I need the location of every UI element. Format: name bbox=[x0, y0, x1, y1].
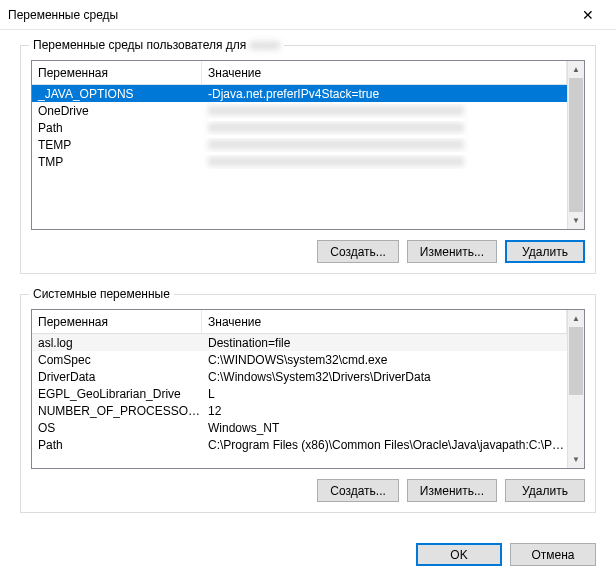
cell-variable: OS bbox=[32, 421, 202, 435]
system-create-button[interactable]: Создать... bbox=[317, 479, 399, 502]
system-vars-group: Системные переменные Переменная Значение… bbox=[20, 294, 596, 513]
table-row[interactable]: ComSpecC:\WINDOWS\system32\cmd.exe bbox=[32, 351, 567, 368]
scroll-up-icon[interactable]: ▲ bbox=[568, 310, 584, 327]
ok-button[interactable]: OK bbox=[416, 543, 502, 566]
col-header-value[interactable]: Значение bbox=[202, 61, 567, 84]
table-row[interactable]: asl.logDestination=file bbox=[32, 334, 567, 351]
system-scrollbar[interactable]: ▲ ▼ bbox=[567, 310, 584, 468]
dialog-content: Переменные среды пользователя для xxxxx … bbox=[0, 30, 616, 543]
close-icon[interactable]: ✕ bbox=[568, 1, 608, 29]
cancel-button[interactable]: Отмена bbox=[510, 543, 596, 566]
user-vars-label: Переменные среды пользователя для xxxxx bbox=[29, 38, 284, 52]
cell-variable: _JAVA_OPTIONS bbox=[32, 87, 202, 101]
username-blurred: xxxxx bbox=[250, 38, 280, 52]
system-vars-table[interactable]: Переменная Значение asl.logDestination=f… bbox=[31, 309, 585, 469]
table-row[interactable]: OSWindows_NT bbox=[32, 419, 567, 436]
cell-variable: asl.log bbox=[32, 336, 202, 350]
titlebar: Переменные среды ✕ bbox=[0, 0, 616, 30]
cell-value: Windows_NT bbox=[202, 421, 567, 435]
user-vars-table[interactable]: Переменная Значение _JAVA_OPTIONS-Djava.… bbox=[31, 60, 585, 230]
cell-value: XXXXXXXXXXXXXXXXXXXXXXXXXXXXXXXX bbox=[202, 121, 567, 135]
table-row[interactable]: TEMPXXXXXXXXXXXXXXXXXXXXXXXXXXXXXXXX bbox=[32, 136, 567, 153]
cell-variable: Path bbox=[32, 121, 202, 135]
table-row[interactable]: OneDriveXXXXXXXXXXXXXXXXXXXXXXXXXXXXXXXX bbox=[32, 102, 567, 119]
table-row[interactable]: PathXXXXXXXXXXXXXXXXXXXXXXXXXXXXXXXX bbox=[32, 119, 567, 136]
cell-variable: ComSpec bbox=[32, 353, 202, 367]
col-header-variable[interactable]: Переменная bbox=[32, 310, 202, 333]
cell-variable: EGPL_GeoLibrarian_Drive bbox=[32, 387, 202, 401]
user-scrollbar[interactable]: ▲ ▼ bbox=[567, 61, 584, 229]
system-edit-button[interactable]: Изменить... bbox=[407, 479, 497, 502]
table-row[interactable]: TMPXXXXXXXXXXXXXXXXXXXXXXXXXXXXXXXX bbox=[32, 153, 567, 170]
cell-variable: TMP bbox=[32, 155, 202, 169]
system-vars-label: Системные переменные bbox=[29, 287, 174, 301]
scroll-up-icon[interactable]: ▲ bbox=[568, 61, 584, 78]
cell-value: Destination=file bbox=[202, 336, 567, 350]
cell-value: C:\Program Files (x86)\Common Files\Orac… bbox=[202, 438, 567, 452]
system-table-header: Переменная Значение bbox=[32, 310, 567, 334]
table-row[interactable]: NUMBER_OF_PROCESSORS12 bbox=[32, 402, 567, 419]
cell-value: C:\WINDOWS\system32\cmd.exe bbox=[202, 353, 567, 367]
dialog-button-row: OK Отмена bbox=[0, 543, 616, 576]
cell-variable: OneDrive bbox=[32, 104, 202, 118]
cell-value: L bbox=[202, 387, 567, 401]
cell-value: XXXXXXXXXXXXXXXXXXXXXXXXXXXXXXXX bbox=[202, 138, 567, 152]
scroll-down-icon[interactable]: ▼ bbox=[568, 212, 584, 229]
window-title: Переменные среды bbox=[8, 8, 568, 22]
cell-value: XXXXXXXXXXXXXXXXXXXXXXXXXXXXXXXX bbox=[202, 155, 567, 169]
cell-value: XXXXXXXXXXXXXXXXXXXXXXXXXXXXXXXX bbox=[202, 104, 567, 118]
table-row[interactable]: PathC:\Program Files (x86)\Common Files\… bbox=[32, 436, 567, 453]
cell-value: -Djava.net.preferIPv4Stack=true bbox=[202, 87, 567, 101]
user-button-row: Создать... Изменить... Удалить bbox=[31, 240, 585, 263]
cell-value: C:\Windows\System32\Drivers\DriverData bbox=[202, 370, 567, 384]
cell-variable: TEMP bbox=[32, 138, 202, 152]
user-table-header: Переменная Значение bbox=[32, 61, 567, 85]
user-delete-button[interactable]: Удалить bbox=[505, 240, 585, 263]
cell-variable: DriverData bbox=[32, 370, 202, 384]
table-row[interactable]: _JAVA_OPTIONS-Djava.net.preferIPv4Stack=… bbox=[32, 85, 567, 102]
user-vars-group: Переменные среды пользователя для xxxxx … bbox=[20, 45, 596, 274]
user-edit-button[interactable]: Изменить... bbox=[407, 240, 497, 263]
col-header-variable[interactable]: Переменная bbox=[32, 61, 202, 84]
cell-variable: NUMBER_OF_PROCESSORS bbox=[32, 404, 202, 418]
scroll-down-icon[interactable]: ▼ bbox=[568, 451, 584, 468]
cell-variable: Path bbox=[32, 438, 202, 452]
table-row[interactable]: DriverDataC:\Windows\System32\Drivers\Dr… bbox=[32, 368, 567, 385]
col-header-value[interactable]: Значение bbox=[202, 310, 567, 333]
table-row[interactable]: EGPL_GeoLibrarian_DriveL bbox=[32, 385, 567, 402]
system-button-row: Создать... Изменить... Удалить bbox=[31, 479, 585, 502]
user-create-button[interactable]: Создать... bbox=[317, 240, 399, 263]
system-delete-button[interactable]: Удалить bbox=[505, 479, 585, 502]
cell-value: 12 bbox=[202, 404, 567, 418]
